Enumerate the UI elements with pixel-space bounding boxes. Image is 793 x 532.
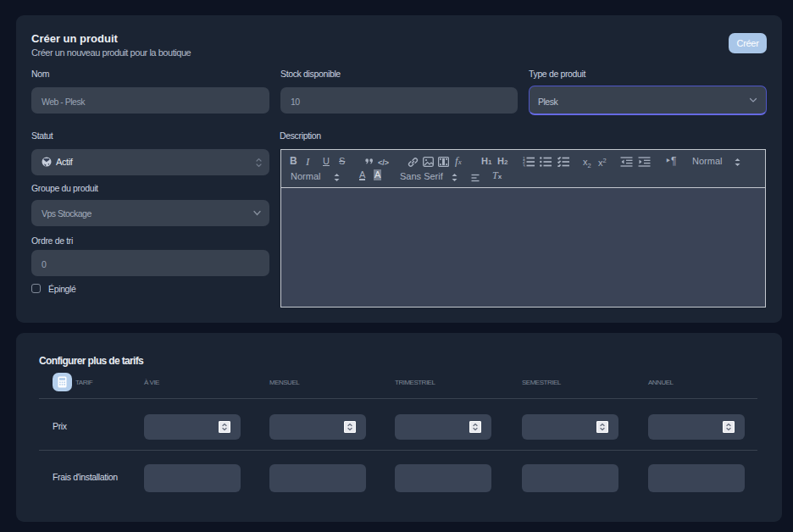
svg-text:3: 3 — [523, 163, 525, 168]
